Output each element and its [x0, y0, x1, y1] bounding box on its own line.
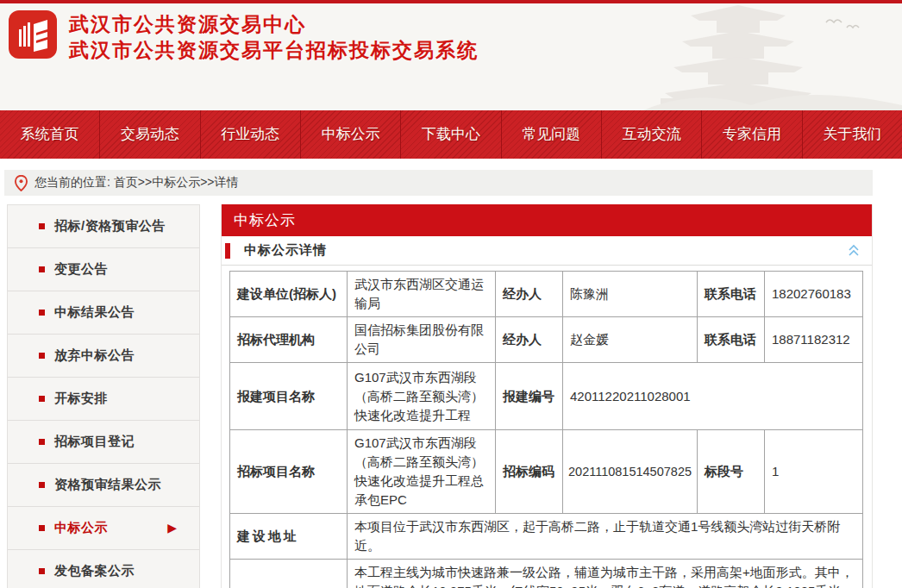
- site-header: 武汉市公共资源交易中心 武汉市公共资源交易平台招标投标交易系统: [0, 3, 902, 110]
- label-construction-scale: 建设规模: [230, 560, 348, 588]
- bullet-icon: [39, 482, 45, 488]
- label-handler-1: 经办人: [496, 272, 563, 317]
- bullet-icon: [39, 396, 45, 402]
- sidebar-item-contract-record[interactable]: 发包备案公示 ▶: [8, 550, 199, 588]
- nav-item-bid-announcement[interactable]: 中标公示: [301, 110, 401, 159]
- value-registered-project-name: G107武汉市东西湖段（高桥二路至额头湾）快速化改造提升工程: [348, 363, 496, 430]
- nav-item-expert-credit[interactable]: 专家信用: [702, 110, 802, 159]
- label-phone-2: 联系电话: [698, 317, 765, 363]
- value-phone-2: 18871182312: [765, 317, 863, 363]
- table-row: 招标项目名称 G107武汉市东西湖段（高桥二路至额头湾）快速化改造提升工程总承包…: [230, 430, 863, 514]
- bullet-icon: [39, 223, 45, 229]
- value-phone-1: 18202760183: [765, 272, 863, 317]
- value-registration-number: 42011220211028001: [563, 363, 863, 430]
- label-registration-number: 报建编号: [496, 363, 563, 430]
- bid-detail-table: 建设单位(招标人) 武汉市东西湖区交通运输局 经办人 陈豫洲 联系电话 1820…: [229, 271, 863, 588]
- nav-item-about-us[interactable]: 关于我们: [803, 110, 902, 159]
- value-section-number: 1: [765, 430, 863, 514]
- nav-item-home[interactable]: 系统首页: [0, 110, 100, 159]
- label-tender-project-name: 招标项目名称: [230, 430, 348, 514]
- section-header: 中标公示详情: [222, 236, 872, 266]
- bullet-icon: [39, 525, 45, 531]
- nav-item-faq[interactable]: 常见问题: [502, 110, 602, 159]
- sidebar-item-bid-publicity[interactable]: 中标公示 ▶: [8, 507, 199, 550]
- sidebar-item-opening-schedule[interactable]: 开标安排 ▶: [8, 378, 199, 421]
- breadcrumb: 您当前的位置: 首页>>中标公示>>详情: [4, 170, 873, 196]
- nav-item-interaction[interactable]: 互动交流: [602, 110, 702, 159]
- site-title-primary: 武汉市公共资源交易中心: [69, 11, 479, 37]
- site-logo-icon: [9, 10, 57, 59]
- bullet-icon: [39, 568, 45, 574]
- sidebar-menu: 招标/资格预审公告 ▶ 变更公告 ▶ 中标结果公告 ▶ 放弃中标公告 ▶ 开标安…: [7, 204, 200, 588]
- sidebar-item-prequal-result[interactable]: 资格预审结果公示 ▶: [8, 464, 199, 507]
- value-tender-code: 202111081514507825: [563, 430, 698, 514]
- value-construction-scale: 本工程主线为城市快速路兼一级公路，辅道为城市主干路，采用高架+地面形式。其中，地…: [348, 560, 863, 588]
- site-title-secondary: 武汉市公共资源交易平台招标投标交易系统: [69, 37, 479, 63]
- label-section-number: 标段号: [698, 430, 765, 514]
- label-construction-address: 建设地址: [230, 514, 348, 560]
- sidebar-item-bid-result-notice[interactable]: 中标结果公告 ▶: [8, 291, 199, 335]
- red-marker: [225, 243, 230, 259]
- label-handler-2: 经办人: [496, 317, 563, 363]
- section-title: 中标公示详情: [244, 242, 327, 259]
- bullet-icon: [39, 310, 45, 316]
- label-construction-unit: 建设单位(招标人): [230, 272, 348, 317]
- label-phone-1: 联系电话: [698, 272, 765, 317]
- value-agency: 国信招标集团股份有限公司: [348, 317, 496, 363]
- table-row: 报建项目名称 G107武汉市东西湖段（高桥二路至额头湾）快速化改造提升工程 报建…: [230, 363, 863, 430]
- table-row: 建设单位(招标人) 武汉市东西湖区交通运输局 经办人 陈豫洲 联系电话 1820…: [230, 272, 863, 317]
- value-tender-project-name: G107武汉市东西湖段（高桥二路至额头湾）快速化改造提升工程总承包EPC: [348, 430, 496, 514]
- nav-item-industry-news[interactable]: 行业动态: [201, 110, 301, 159]
- nav-item-trade-news[interactable]: 交易动态: [100, 110, 200, 159]
- breadcrumb-text: 您当前的位置: 首页>>中标公示>>详情: [34, 175, 238, 191]
- sidebar-item-tender-prequal-notice[interactable]: 招标/资格预审公告 ▶: [8, 205, 199, 248]
- main-nav: 系统首页 交易动态 行业动态 中标公示 下载中心 常见问题 互动交流 专家信用 …: [0, 110, 902, 159]
- nav-item-download-center[interactable]: 下载中心: [401, 110, 501, 159]
- label-registered-project-name: 报建项目名称: [230, 363, 348, 430]
- value-construction-address: 本项目位于武汉市东西湖区，起于高桥二路，止于轨道交通1号线额头湾站过街天桥附近。: [348, 514, 863, 560]
- table-row: 招标代理机构 国信招标集团股份有限公司 经办人 赵金媛 联系电话 1887118…: [230, 317, 863, 363]
- sidebar-item-abandon-bid-notice[interactable]: 放弃中标公告 ▶: [8, 335, 199, 378]
- value-construction-unit: 武汉市东西湖区交通运输局: [348, 272, 496, 317]
- table-row: 建设规模 本工程主线为城市快速路兼一级公路，辅道为城市主干路，采用高架+地面形式…: [230, 560, 863, 588]
- sidebar-item-change-notice[interactable]: 变更公告 ▶: [8, 248, 199, 291]
- panel-title: 中标公示: [222, 204, 872, 236]
- value-handler-1: 陈豫洲: [563, 272, 698, 317]
- label-agency: 招标代理机构: [230, 317, 348, 363]
- collapse-chevron-icon[interactable]: [848, 244, 860, 257]
- active-arrow-icon: ▶: [167, 521, 177, 535]
- location-pin-icon: [15, 175, 28, 191]
- pagoda-watermark-image: [643, 3, 902, 110]
- bullet-icon: [39, 439, 45, 445]
- bullet-icon: [39, 266, 45, 272]
- bullet-icon: [39, 353, 45, 359]
- value-handler-2: 赵金媛: [563, 317, 698, 363]
- main-panel: 中标公示 中标公示详情 建设单位(招标人) 武汉市东西湖区交通运输局 经办人 陈…: [221, 204, 873, 588]
- label-tender-code: 招标编码: [496, 430, 563, 514]
- table-row: 建设地址 本项目位于武汉市东西湖区，起于高桥二路，止于轨道交通1号线额头湾站过街…: [230, 514, 863, 560]
- sidebar-item-project-registration[interactable]: 招标项目登记 ▶: [8, 421, 199, 464]
